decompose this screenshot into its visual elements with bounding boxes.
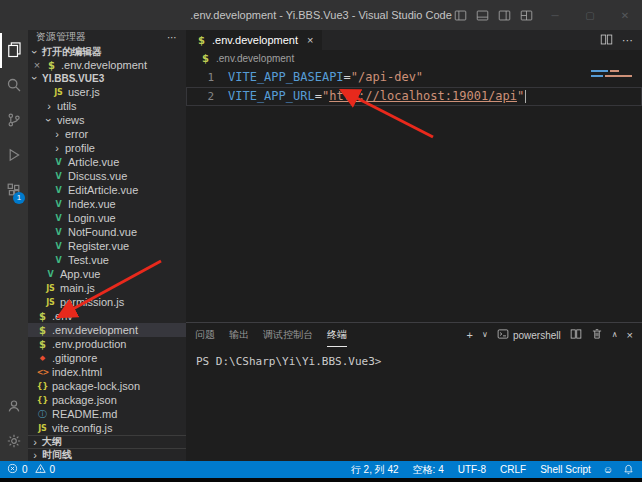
file-label: EditArticle.vue xyxy=(68,184,138,196)
minimize-button[interactable]: ─ xyxy=(542,10,568,21)
file-item-Register.vue[interactable]: VRegister.vue xyxy=(28,239,186,253)
titlebar-actions: ─ ▢ ✕ xyxy=(454,0,642,30)
code-lines: 1VITE_APP_BASEAPI="/api-dev"2VITE_APP_UR… xyxy=(186,68,642,106)
file-item-vite.config.js[interactable]: JSvite.config.js xyxy=(28,421,186,435)
terminal-content[interactable]: PS D:\CSharp\Yi\Yi.BBS.Vue3> xyxy=(186,347,642,461)
folder-item-utils[interactable]: ›utils xyxy=(28,99,186,113)
tab-env-development[interactable]: $ .env.development × xyxy=(186,30,322,50)
file-item-Index.vue[interactable]: VIndex.vue xyxy=(28,197,186,211)
activity-run-debug[interactable] xyxy=(0,138,28,173)
activity-explorer[interactable] xyxy=(0,33,28,68)
code-line-2[interactable]: 2VITE_APP_URL="http://localhost:19001/ap… xyxy=(186,87,642,106)
status-item-3[interactable]: CRLF xyxy=(493,464,533,475)
open-editors-header[interactable]: › 打开的编辑器 xyxy=(28,45,186,59)
toggle-sidebar-icon[interactable] xyxy=(454,9,467,22)
notifications-bell-icon[interactable] xyxy=(618,464,642,475)
breadcrumb[interactable]: $ .env.development xyxy=(186,50,642,66)
file-item-package-lock.json[interactable]: {}package-lock.json xyxy=(28,379,186,393)
vue-file-icon: V xyxy=(52,228,65,237)
panel-tab-问题[interactable]: 问题 xyxy=(195,323,215,347)
close-panel-icon[interactable]: × xyxy=(627,330,633,341)
file-item-Test.vue[interactable]: VTest.vue xyxy=(28,253,186,267)
split-editor-icon[interactable] xyxy=(600,33,613,48)
token: " xyxy=(517,89,524,103)
terminal-instance[interactable]: powershell xyxy=(497,328,561,342)
activity-search[interactable] xyxy=(0,68,28,103)
kill-terminal-icon[interactable] xyxy=(591,328,603,342)
file-item-main.js[interactable]: JSmain.js xyxy=(28,281,186,295)
editor-pane[interactable]: 1VITE_APP_BASEAPI="/api-dev"2VITE_APP_UR… xyxy=(186,66,642,322)
panel-header: 问题输出调试控制台终端 + ∨ powershell ∧ × xyxy=(186,323,642,347)
file-item-.env.development[interactable]: $.env.development xyxy=(28,323,186,337)
activity-extensions[interactable]: 1 xyxy=(0,173,28,208)
file-item-Article.vue[interactable]: VArticle.vue xyxy=(28,155,186,169)
tab-bar: $ .env.development × ⋯ xyxy=(186,30,642,50)
minimap-line xyxy=(591,75,639,77)
problems-status[interactable]: 0 0 xyxy=(0,463,58,476)
status-item-0[interactable]: 行 2, 列 42 xyxy=(344,463,406,477)
minimap-line xyxy=(591,70,639,72)
file-item-App.vue[interactable]: VApp.vue xyxy=(28,267,186,281)
chevron-down-icon[interactable]: ∨ xyxy=(482,331,488,339)
timeline-header[interactable]: › 时间线 xyxy=(28,448,186,461)
file-item-index.html[interactable]: <>index.html xyxy=(28,365,186,379)
split-terminal-icon[interactable] xyxy=(570,328,582,342)
file-label: Register.vue xyxy=(68,240,129,252)
file-item-.gitignore[interactable]: ◆.gitignore xyxy=(28,351,186,365)
status-item-2[interactable]: UTF-8 xyxy=(451,464,493,475)
folder-item-error[interactable]: ›error xyxy=(28,127,186,141)
maximize-panel-icon[interactable]: ∧ xyxy=(612,331,618,339)
powershell-icon xyxy=(497,328,509,342)
status-bar: 0 0 行 2, 列 42空格: 4UTF-8CRLFShell Script … xyxy=(0,461,642,478)
panel-tab-终端[interactable]: 终端 xyxy=(327,323,347,347)
file-item-EditArticle.vue[interactable]: VEditArticle.vue xyxy=(28,183,186,197)
panel-tab-调试控制台[interactable]: 调试控制台 xyxy=(263,323,313,347)
more-actions-icon[interactable]: ⋯ xyxy=(167,32,178,43)
file-item-user.js[interactable]: JSuser.js xyxy=(28,85,186,99)
file-item-Discuss.vue[interactable]: VDiscuss.vue xyxy=(28,169,186,183)
line-number: 2 xyxy=(186,87,214,106)
chevron-right-icon: › xyxy=(52,128,62,140)
code-line-1[interactable]: 1VITE_APP_BASEAPI="/api-dev" xyxy=(186,68,642,87)
search-icon xyxy=(6,77,22,95)
env-file-icon: $ xyxy=(199,53,212,64)
file-item-package.json[interactable]: {}package.json xyxy=(28,393,186,407)
panel-tabs: 问题输出调试控制台终端 xyxy=(195,323,347,347)
file-label: .gitignore xyxy=(52,352,97,364)
activity-source-control[interactable] xyxy=(0,103,28,138)
status-item-4[interactable]: Shell Script xyxy=(533,464,598,475)
open-editor-item[interactable]: × $ .env.development xyxy=(28,59,186,72)
file-item-NotFound.vue[interactable]: VNotFound.vue xyxy=(28,225,186,239)
file-item-Login.vue[interactable]: VLogin.vue xyxy=(28,211,186,225)
new-terminal-icon[interactable]: + xyxy=(467,330,473,341)
close-tab-icon[interactable]: × xyxy=(307,34,313,46)
customize-layout-icon[interactable] xyxy=(520,9,533,22)
close-window-button[interactable]: ✕ xyxy=(612,10,638,21)
more-actions-icon[interactable]: ⋯ xyxy=(622,34,633,47)
code-text: VITE_APP_BASEAPI="/api-dev" xyxy=(228,68,423,87)
folder-item-profile[interactable]: ›profile xyxy=(28,141,186,155)
project-header[interactable]: › YI.BBS.VUE3 xyxy=(28,72,186,85)
vue-file-icon: V xyxy=(52,242,65,251)
activity-settings[interactable] xyxy=(0,424,28,459)
file-item-README.md[interactable]: ⓘREADME.md xyxy=(28,407,186,421)
file-item-.env.production[interactable]: $.env.production xyxy=(28,337,186,351)
toggle-panel-icon[interactable] xyxy=(476,9,489,22)
maximize-button[interactable]: ▢ xyxy=(577,10,603,21)
toggle-secondary-sidebar-icon[interactable] xyxy=(498,9,511,22)
feedback-smiley-icon[interactable]: ☺ xyxy=(598,464,618,475)
code-text: VITE_APP_URL="http://localhost:19001/api… xyxy=(228,87,526,106)
activity-account[interactable] xyxy=(0,389,28,424)
status-item-1[interactable]: 空格: 4 xyxy=(406,463,451,477)
minimap[interactable] xyxy=(591,70,639,80)
file-item-.env[interactable]: $.env xyxy=(28,309,186,323)
vue-file-icon: V xyxy=(52,172,65,181)
env-file-icon: $ xyxy=(45,60,58,71)
panel-tab-输出[interactable]: 输出 xyxy=(229,323,249,347)
outline-header[interactable]: › 大纲 xyxy=(28,435,186,448)
close-icon[interactable]: × xyxy=(32,59,42,71)
folder-item-views[interactable]: ›views xyxy=(28,113,186,127)
warning-icon xyxy=(35,463,46,476)
file-item-permission.js[interactable]: JSpermission.js xyxy=(28,295,186,309)
env-file-icon: $ xyxy=(36,311,49,322)
